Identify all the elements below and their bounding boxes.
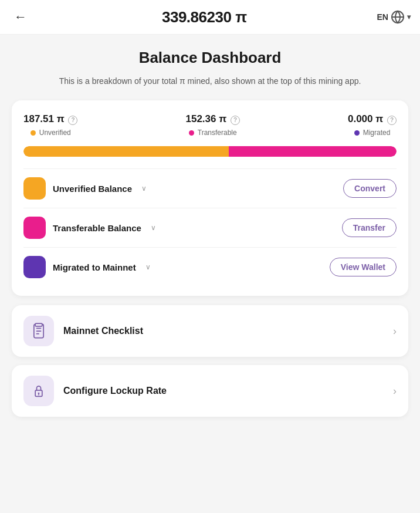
header: ← 339.86230 π EN ▾ bbox=[0, 0, 420, 35]
transfer-button[interactable]: Transfer bbox=[342, 218, 397, 237]
migrated-dot bbox=[354, 130, 360, 136]
transferable-icon bbox=[23, 217, 46, 239]
back-button[interactable]: ← bbox=[9, 7, 32, 27]
mainnet-checklist-icon bbox=[23, 316, 54, 346]
main-content: Balance Dashboard This is a breakdown of… bbox=[0, 35, 420, 437]
unverified-icon bbox=[23, 177, 46, 200]
configure-lockup-chevron-icon: › bbox=[393, 385, 397, 397]
mainnet-checklist-card[interactable]: Mainnet Checklist › bbox=[12, 305, 408, 357]
unverified-help-icon[interactable]: ? bbox=[68, 116, 77, 125]
migrated-chevron-icon[interactable]: ∨ bbox=[145, 263, 151, 271]
checklist-svg bbox=[31, 323, 47, 339]
convert-button[interactable]: Convert bbox=[343, 179, 397, 198]
progress-unverified-segment bbox=[23, 146, 229, 157]
balance-stats-row: 187.51 π ? Unverified 152.36 π ? Transfe… bbox=[23, 113, 397, 137]
unverified-value: 187.51 π ? bbox=[23, 113, 77, 125]
migrated-stat: 0.000 π ? Migrated bbox=[348, 113, 397, 137]
migrated-value: 0.000 π ? bbox=[348, 113, 397, 125]
unverified-stat: 187.51 π ? Unverified bbox=[23, 113, 77, 137]
migrated-balance-row: Migrated to Mainnet ∨ View Wallet bbox=[23, 247, 397, 286]
unverified-chevron-icon[interactable]: ∨ bbox=[141, 184, 147, 193]
view-wallet-button[interactable]: View Wallet bbox=[330, 258, 397, 276]
mainnet-checklist-label: Mainnet Checklist bbox=[63, 326, 143, 336]
transferable-chevron-icon[interactable]: ∨ bbox=[151, 224, 156, 232]
transferable-stat: 152.36 π ? Transferable bbox=[185, 113, 239, 137]
migrated-icon bbox=[23, 256, 46, 278]
transferable-value: 152.36 π ? bbox=[185, 113, 239, 125]
unverified-row-label: Unverified Balance bbox=[53, 184, 132, 194]
configure-lockup-left: Configure Lockup Rate bbox=[23, 376, 167, 406]
balance-integer: 339. bbox=[162, 8, 191, 26]
page-description: This is a breakdown of your total π mine… bbox=[12, 75, 408, 87]
svg-rect-6 bbox=[35, 323, 42, 326]
transferable-label: Transferable bbox=[189, 129, 237, 137]
balance-decimal: 86230 bbox=[191, 8, 232, 26]
balance-card: 187.51 π ? Unverified 152.36 π ? Transfe… bbox=[12, 100, 408, 296]
pi-symbol: π bbox=[235, 8, 246, 26]
transferable-row-label: Transferable Balance bbox=[53, 223, 141, 233]
progress-transferable-segment bbox=[229, 146, 397, 157]
transferable-help-icon[interactable]: ? bbox=[231, 116, 240, 125]
unverified-label: Unverified bbox=[31, 129, 71, 137]
lang-chevron-icon: ▾ bbox=[407, 13, 411, 21]
migrated-row-left: Migrated to Mainnet ∨ bbox=[23, 256, 151, 278]
lockup-svg bbox=[31, 383, 47, 399]
lang-label: EN bbox=[377, 12, 388, 22]
transferable-dot bbox=[189, 130, 194, 136]
configure-lockup-card[interactable]: Configure Lockup Rate › bbox=[12, 365, 408, 417]
migrated-label: Migrated bbox=[354, 129, 391, 137]
migrated-help-icon[interactable]: ? bbox=[387, 116, 397, 125]
balance-progress-bar bbox=[23, 146, 397, 157]
transferable-row-left: Transferable Balance ∨ bbox=[23, 217, 156, 239]
header-balance: 339.86230 π bbox=[162, 8, 247, 26]
configure-lockup-label: Configure Lockup Rate bbox=[63, 386, 167, 396]
globe-icon bbox=[391, 10, 405, 24]
mainnet-checklist-chevron-icon: › bbox=[393, 325, 397, 338]
unverified-dot bbox=[31, 130, 36, 136]
configure-lockup-icon bbox=[23, 376, 54, 406]
lang-selector[interactable]: EN ▾ bbox=[377, 10, 411, 24]
page-title: Balance Dashboard bbox=[12, 49, 408, 67]
mainnet-checklist-left: Mainnet Checklist bbox=[23, 316, 143, 346]
transferable-balance-row: Transferable Balance ∨ Transfer bbox=[23, 208, 397, 247]
unverified-row-left: Unverified Balance ∨ bbox=[23, 177, 147, 200]
unverified-balance-row: Unverified Balance ∨ Convert bbox=[23, 168, 397, 208]
migrated-row-label: Migrated to Mainnet bbox=[53, 262, 136, 272]
